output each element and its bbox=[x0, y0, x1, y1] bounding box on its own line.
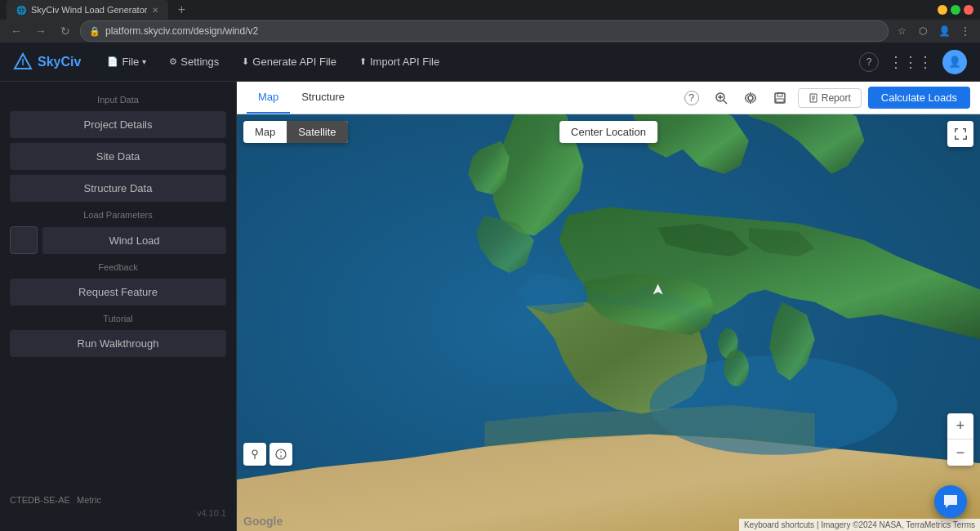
help-tool-btn[interactable]: ? bbox=[680, 87, 703, 109]
map-pin-icon bbox=[249, 448, 261, 460]
wind-load-checkbox[interactable] bbox=[10, 226, 38, 254]
nav-file[interactable]: 📄 File ▾ bbox=[97, 51, 156, 73]
url-text: platform.skyciv.com/design/wind/v2 bbox=[105, 25, 258, 37]
center-location-button[interactable]: Center Location bbox=[559, 121, 657, 143]
close-button[interactable] bbox=[964, 5, 973, 15]
chat-widget[interactable] bbox=[934, 485, 967, 518]
report-label: Report bbox=[822, 92, 851, 104]
version-text: v4.10.1 bbox=[10, 505, 226, 521]
zoom-in-icon: + bbox=[956, 417, 965, 435]
bookmark-button[interactable]: ☆ bbox=[893, 23, 910, 39]
maximize-button[interactable] bbox=[951, 5, 960, 15]
svg-rect-7 bbox=[775, 93, 785, 103]
zoom-out-icon: − bbox=[956, 444, 965, 462]
save-tool-btn[interactable] bbox=[768, 87, 791, 109]
user-avatar[interactable]: 👤 bbox=[942, 50, 967, 74]
nav-import-label: Import API File bbox=[370, 56, 439, 68]
ssl-lock-icon: 🔒 bbox=[89, 26, 100, 37]
grid-button[interactable]: ⋮⋮⋮ bbox=[889, 53, 933, 71]
forward-button[interactable]: → bbox=[31, 21, 51, 41]
map-toolbar: Map Structure ? bbox=[237, 82, 980, 114]
attribution-text: Keyboard shortcuts | Imagery ©2024 NASA,… bbox=[744, 520, 975, 529]
svg-point-17 bbox=[724, 350, 749, 386]
new-tab-button[interactable]: + bbox=[172, 0, 191, 20]
profile-button[interactable]: 👤 bbox=[936, 23, 952, 39]
map-type-toggle: Map Satellite bbox=[243, 121, 348, 143]
active-tab[interactable]: 🌐 SkyCiv Wind Load Generator ✕ bbox=[7, 0, 168, 20]
skyciv-logo-icon bbox=[13, 52, 33, 72]
map-overlay-controls bbox=[243, 443, 292, 466]
browser-toolbar: ← → ↻ 🔒 platform.skyciv.com/design/wind/… bbox=[0, 20, 980, 42]
svg-point-18 bbox=[252, 450, 257, 455]
upload-icon: ⬆ bbox=[359, 56, 367, 67]
zoom-in-button[interactable]: + bbox=[947, 413, 973, 440]
minimize-button[interactable] bbox=[938, 5, 947, 15]
nav-settings-label: Settings bbox=[180, 56, 219, 68]
fullscreen-icon bbox=[954, 127, 967, 141]
fullscreen-button[interactable] bbox=[947, 121, 973, 147]
calculate-label: Calculate Loads bbox=[881, 91, 957, 104]
nav-generate-label: Generate API File bbox=[252, 56, 336, 68]
address-bar[interactable]: 🔒 platform.skyciv.com/design/wind/v2 bbox=[80, 20, 889, 42]
unit-text: Metric bbox=[77, 495, 101, 505]
file-dropdown-icon: ▾ bbox=[142, 57, 146, 66]
zoom-in-tool-btn[interactable] bbox=[710, 87, 733, 109]
svg-line-3 bbox=[724, 100, 727, 104]
map-toolbar-right: ? bbox=[680, 87, 970, 109]
tab-close-btn[interactable]: ✕ bbox=[152, 6, 158, 15]
ctedb-text: CTEDB-SE-AE bbox=[10, 495, 70, 505]
feedback-label: Feedback bbox=[10, 259, 226, 274]
project-details-button[interactable]: Project Details bbox=[10, 111, 226, 138]
map-overlay-btn-2[interactable] bbox=[270, 443, 292, 466]
zoom-out-button[interactable]: − bbox=[947, 440, 973, 466]
settings-icon bbox=[744, 91, 757, 105]
nav-generate-api[interactable]: ⬇ Generate API File bbox=[232, 51, 346, 73]
calculate-loads-button[interactable]: Calculate Loads bbox=[868, 87, 970, 109]
back-button[interactable]: ← bbox=[7, 21, 26, 41]
help-icon: ? bbox=[684, 91, 699, 105]
more-button[interactable]: ⋮ bbox=[957, 23, 973, 39]
zoom-controls: + − bbox=[947, 413, 973, 466]
avatar-initials: 👤 bbox=[948, 56, 961, 68]
svg-point-6 bbox=[748, 96, 753, 100]
extensions-button[interactable]: ⬡ bbox=[915, 23, 931, 39]
nav-settings[interactable]: ⚙ Settings bbox=[159, 51, 229, 73]
request-feature-button[interactable]: Request Feature bbox=[10, 279, 226, 306]
nav-import-api[interactable]: ⬆ Import API File bbox=[350, 51, 449, 73]
tab-map[interactable]: Map bbox=[247, 82, 290, 114]
save-icon bbox=[773, 91, 786, 105]
nav-file-label: File bbox=[122, 56, 139, 68]
structure-tab-label: Structure bbox=[301, 91, 345, 103]
app-nav: 📄 File ▾ ⚙ Settings ⬇ Generate API File … bbox=[97, 51, 859, 73]
map-area: Map Structure ? bbox=[237, 82, 980, 531]
map-overlay-btn-1[interactable] bbox=[243, 443, 266, 466]
app-bar: SkyCiv 📄 File ▾ ⚙ Settings ⬇ Generate AP… bbox=[0, 42, 980, 82]
map-type-satellite-label: Satellite bbox=[298, 126, 336, 138]
tutorial-label: Tutorial bbox=[10, 310, 226, 325]
zoom-in-icon bbox=[715, 91, 728, 105]
tab-structure[interactable]: Structure bbox=[290, 82, 356, 114]
svg-rect-9 bbox=[776, 99, 784, 102]
map-type-map-btn[interactable]: Map bbox=[243, 121, 287, 143]
map-container[interactable]: Map Satellite Center Location bbox=[237, 114, 980, 531]
report-button[interactable]: Report bbox=[798, 88, 862, 108]
file-icon: 📄 bbox=[107, 56, 118, 67]
logo-text: SkyCiv bbox=[38, 55, 81, 69]
map-tab-label: Map bbox=[258, 91, 278, 103]
structure-data-button[interactable]: Structure Data bbox=[10, 175, 226, 202]
help-button[interactable]: ? bbox=[859, 52, 879, 72]
run-walkthrough-button[interactable]: Run Walkthrough bbox=[10, 330, 226, 357]
map-type-map-label: Map bbox=[255, 126, 275, 138]
satellite-map bbox=[237, 114, 980, 531]
reload-button[interactable]: ↻ bbox=[56, 21, 75, 41]
app-right: ? ⋮⋮⋮ 👤 bbox=[859, 50, 967, 74]
load-params-row: Wind Load bbox=[10, 226, 226, 254]
download-icon: ⬇ bbox=[242, 56, 249, 67]
settings-tool-btn[interactable] bbox=[739, 87, 762, 109]
google-logo: Google bbox=[243, 515, 283, 528]
site-data-button[interactable]: Site Data bbox=[10, 143, 226, 170]
wind-load-button[interactable]: Wind Load bbox=[42, 227, 226, 254]
map-type-satellite-btn[interactable]: Satellite bbox=[287, 121, 347, 143]
sidebar: Input Data Project Details Site Data Str… bbox=[0, 82, 237, 531]
google-logo-text: Google bbox=[243, 515, 283, 528]
